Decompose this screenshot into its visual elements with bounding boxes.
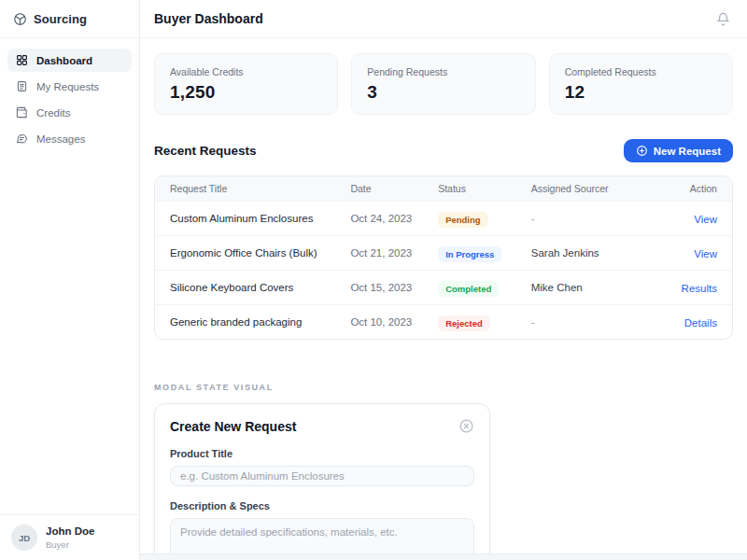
content: Available Credits 1,250 Pending Requests… — [140, 38, 747, 560]
table-row: Custom Aluminum Enclosures Oct 24, 2023 … — [155, 201, 732, 235]
chat-icon — [16, 133, 28, 145]
section-title: Recent Requests — [154, 144, 257, 158]
below-fold-strip — [140, 553, 747, 560]
table-row: Silicone Keyboard Covers Oct 15, 2023 Co… — [155, 270, 732, 304]
table-body: Custom Aluminum Enclosures Oct 24, 2023 … — [155, 201, 732, 339]
main-area: Buyer Dashboard Available Credits 1,250 … — [140, 0, 747, 560]
user-name: John Doe — [46, 525, 94, 539]
brand-header: Sourcing — [0, 0, 139, 38]
sidebar-item-messages[interactable]: Messages — [7, 127, 132, 150]
date-cell: Oct 21, 2023 — [350, 247, 438, 259]
sourcer-cell: Mike Chen — [531, 282, 646, 293]
request-title-cell: Ergonomic Office Chairs (Bulk) — [170, 247, 350, 259]
status-badge: Pending — [438, 212, 487, 228]
col-request-title: Request Title — [170, 183, 350, 194]
page-title: Buyer Dashboard — [154, 11, 263, 26]
col-status: Status — [438, 183, 531, 194]
action-link[interactable]: Details — [684, 317, 717, 329]
modal-close-button[interactable] — [458, 418, 474, 434]
action-link[interactable]: View — [694, 248, 717, 259]
request-title-cell: Custom Aluminum Enclosures — [170, 213, 350, 224]
wallet-icon — [16, 106, 28, 119]
date-cell: Oct 10, 2023 — [350, 316, 438, 328]
sidebar-item-dashboard[interactable]: Dashboard — [7, 49, 132, 72]
app-window: Sourcing Dashboard My Requests Credits M… — [0, 0, 747, 560]
stat-label: Available Credits — [170, 66, 322, 77]
create-request-modal: Create New Request Product Title Descrip… — [154, 403, 490, 560]
new-request-button[interactable]: New Request — [624, 139, 733, 162]
description-specs-label: Description & Specs — [170, 500, 474, 511]
status-badge: Completed — [438, 281, 499, 297]
user-role: Buyer — [46, 539, 94, 550]
stat-value: 12 — [565, 82, 717, 103]
stat-value: 3 — [367, 82, 519, 103]
stats-row: Available Credits 1,250 Pending Requests… — [154, 53, 733, 115]
sourcer-cell: - — [531, 316, 646, 328]
table-header: Request Title Date Status Assigned Sourc… — [155, 176, 732, 201]
status-badge: Rejected — [438, 315, 490, 331]
stat-card-pending-requests: Pending Requests 3 — [351, 53, 535, 115]
modal-title: Create New Request — [170, 419, 296, 434]
stat-value: 1,250 — [170, 82, 322, 103]
date-cell: Oct 24, 2023 — [350, 213, 438, 224]
plus-circle-icon — [636, 145, 648, 157]
modal-section-label: MODAL STATE VISUAL — [154, 383, 733, 392]
topbar: Buyer Dashboard — [140, 0, 747, 38]
request-title-cell: Silicone Keyboard Covers — [170, 282, 350, 293]
requests-table: Request Title Date Status Assigned Sourc… — [154, 175, 733, 340]
sidebar-nav: Dashboard My Requests Credits Messages — [0, 38, 139, 161]
request-title-cell: Generic branded packaging — [170, 316, 350, 328]
sourcing-logo-icon — [13, 12, 27, 26]
stat-card-completed-requests: Completed Requests 12 — [549, 53, 733, 115]
stat-label: Completed Requests — [565, 66, 717, 77]
file-icon — [16, 80, 28, 92]
bell-icon — [716, 12, 730, 26]
table-row: Generic branded packaging Oct 10, 2023 R… — [155, 304, 732, 339]
sourcer-cell: - — [531, 213, 646, 224]
action-link[interactable]: Results — [682, 283, 717, 294]
x-circle-icon — [458, 418, 474, 434]
sourcer-cell: Sarah Jenkins — [531, 247, 646, 259]
sidebar: Sourcing Dashboard My Requests Credits M… — [0, 0, 140, 560]
brand-name: Sourcing — [34, 12, 87, 26]
grid-icon — [16, 54, 28, 66]
new-request-label: New Request — [654, 146, 721, 157]
avatar: JD — [11, 525, 37, 551]
sidebar-item-my-requests[interactable]: My Requests — [7, 75, 132, 98]
user-profile[interactable]: JD John Doe Buyer — [0, 514, 139, 560]
col-action: Action — [646, 183, 717, 194]
sidebar-item-label: My Requests — [36, 81, 99, 92]
table-row: Ergonomic Office Chairs (Bulk) Oct 21, 2… — [155, 235, 732, 270]
sidebar-item-label: Credits — [36, 107, 70, 119]
sidebar-item-credits[interactable]: Credits — [7, 101, 132, 124]
stat-card-available-credits: Available Credits 1,250 — [154, 53, 338, 115]
sidebar-item-label: Messages — [36, 133, 85, 145]
modal-header: Create New Request — [170, 418, 474, 434]
recent-requests-header: Recent Requests New Request — [154, 139, 733, 162]
col-date: Date — [350, 183, 438, 194]
product-title-label: Product Title — [170, 448, 474, 459]
col-assigned-sourcer: Assigned Sourcer — [531, 183, 646, 194]
stat-label: Pending Requests — [367, 66, 519, 77]
date-cell: Oct 15, 2023 — [350, 282, 438, 293]
notifications-button[interactable] — [714, 10, 732, 28]
product-title-input[interactable] — [170, 466, 474, 486]
sidebar-spacer — [0, 161, 139, 514]
action-link[interactable]: View — [694, 214, 717, 225]
sidebar-item-label: Dashboard — [36, 55, 92, 66]
status-badge: In Progress — [438, 246, 501, 262]
